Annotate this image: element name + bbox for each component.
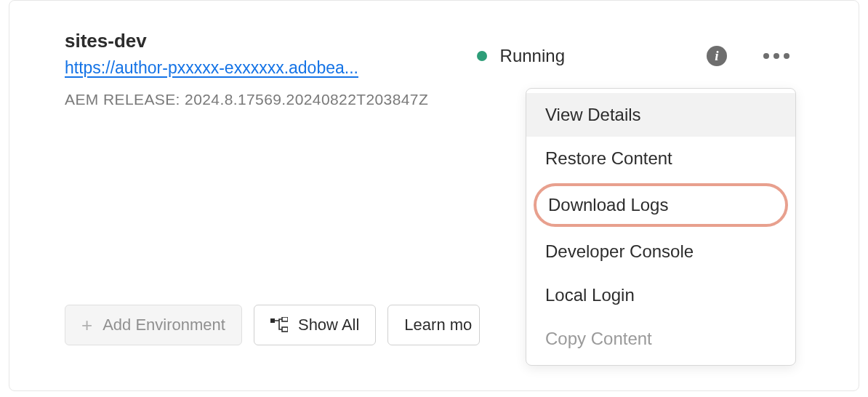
- status-block: Running: [477, 46, 565, 66]
- tree-icon: [270, 317, 288, 333]
- svg-rect-1: [282, 317, 288, 321]
- environment-url-link[interactable]: https://author-pxxxxx-exxxxxx.adobea...: [65, 58, 358, 78]
- status-text: Running: [500, 46, 565, 66]
- status-row: Running i: [477, 46, 789, 66]
- menu-item-developer-console[interactable]: Developer Console: [526, 230, 795, 273]
- status-dot-icon: [477, 51, 487, 61]
- plus-icon: +: [81, 316, 92, 334]
- svg-rect-0: [270, 318, 275, 323]
- environment-actions-menu: View Details Restore Content Download Lo…: [526, 88, 796, 366]
- add-environment-label: Add Environment: [103, 316, 225, 334]
- environment-card: sites-dev https://author-pxxxxx-exxxxxx.…: [9, 0, 859, 391]
- add-environment-button[interactable]: + Add Environment: [65, 305, 242, 345]
- more-menu-icon[interactable]: [763, 53, 789, 59]
- menu-item-local-login[interactable]: Local Login: [526, 273, 795, 317]
- info-icon[interactable]: i: [707, 46, 727, 66]
- menu-item-view-details[interactable]: View Details: [526, 93, 795, 137]
- menu-item-download-logs[interactable]: Download Logs: [534, 183, 788, 227]
- show-all-button[interactable]: Show All: [254, 305, 376, 345]
- svg-rect-2: [282, 327, 288, 332]
- menu-item-copy-content[interactable]: Copy Content: [526, 317, 795, 361]
- button-row: + Add Environment Show All Learn mo: [65, 305, 480, 345]
- learn-more-label: Learn mo: [404, 316, 472, 334]
- learn-more-button[interactable]: Learn mo: [387, 305, 480, 345]
- show-all-label: Show All: [298, 316, 359, 334]
- menu-item-restore-content[interactable]: Restore Content: [526, 137, 795, 180]
